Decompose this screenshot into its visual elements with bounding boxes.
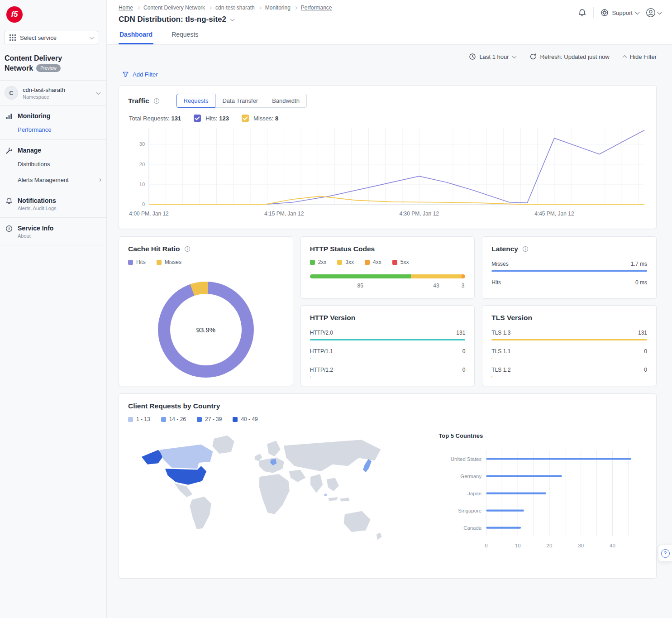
- status-segment-4xx: [462, 274, 465, 278]
- country-label: Canada: [464, 525, 482, 531]
- legend-swatch: [161, 417, 166, 422]
- legend-item: 3xx: [337, 259, 354, 265]
- chevron-down-icon: [658, 10, 662, 14]
- tls-version-title: TLS Version: [491, 314, 532, 322]
- traffic-metric-tabs: Requests Data Transfer Bandwidth: [176, 94, 307, 108]
- map-country-japan[interactable]: [363, 459, 372, 473]
- legend-label: Misses: [165, 259, 181, 265]
- misses-checkbox[interactable]: Misses: 8: [242, 115, 278, 122]
- notifications-sublabel: Alerts, Audit Logs: [18, 206, 57, 211]
- traffic-stats: Total Requests: 131 Hits: 123 Misses: 8: [129, 115, 647, 122]
- map-country-canada[interactable]: [159, 445, 213, 469]
- product-title: Content Delivery NetworkPreview: [5, 53, 102, 73]
- account-menu[interactable]: [646, 8, 661, 18]
- x-tick-label: 20: [547, 543, 553, 549]
- refresh-label: Refresh: Updated just now: [540, 53, 610, 60]
- traffic-tab-data-transfer[interactable]: Data Transfer: [215, 94, 265, 108]
- client-requests-by-country-card: Client Requests by Country 1 - 1314 - 26…: [119, 393, 657, 579]
- tab-dashboard[interactable]: Dashboard: [119, 26, 153, 44]
- http-status-codes-title: HTTP Status Codes: [310, 245, 375, 253]
- select-service-dropdown[interactable]: Select service: [5, 31, 98, 44]
- select-service-label: Select service: [20, 34, 57, 41]
- tab-requests-label: Requests: [172, 31, 198, 38]
- map-country-singapore[interactable]: [324, 493, 327, 496]
- gridlines: [149, 128, 644, 204]
- country-bar-3: [486, 510, 524, 512]
- namespace-selector[interactable]: C cdn-test-sharath Namespace: [0, 81, 106, 105]
- dashboard-toolbar: Last 1 hour Refresh: Updated just now Hi…: [119, 53, 657, 60]
- sidebar-item-manage[interactable]: Manage: [0, 140, 106, 158]
- traffic-card-title: Traffic: [128, 97, 149, 105]
- legend-swatch: [197, 417, 202, 422]
- notifications-bell-button[interactable]: [578, 9, 586, 17]
- chevron-down-icon: [90, 35, 94, 39]
- country-bar-0: [486, 458, 632, 460]
- service-info-label: Service Info: [18, 225, 53, 232]
- legend-item: 14 - 26: [161, 416, 186, 422]
- help-widget-button[interactable]: [658, 545, 672, 562]
- hits-checkbox[interactable]: Hits: 123: [194, 115, 229, 122]
- status-segment-value: 43: [433, 283, 439, 289]
- x-tick-label: 0: [485, 543, 488, 549]
- sidebar-item-notifications[interactable]: Notifications Alerts, Audit Logs: [0, 190, 106, 217]
- product-title-line2: Network: [5, 64, 33, 72]
- map-country-usa[interactable]: [165, 466, 206, 484]
- chevron-up-icon: [622, 55, 627, 59]
- tab-dashboard-label: Dashboard: [119, 31, 153, 38]
- breadcrumb-performance[interactable]: Performance: [301, 5, 332, 11]
- chevron-down-icon[interactable]: [230, 17, 235, 21]
- sidebar-item-monitoring[interactable]: Monitoring: [0, 105, 106, 124]
- sidebar-item-service-info[interactable]: Service Info About: [0, 218, 106, 245]
- traffic-tab-requests[interactable]: Requests: [176, 94, 216, 108]
- country-bar-4: [486, 527, 521, 529]
- info-icon[interactable]: [153, 98, 160, 104]
- metric-bar: [491, 358, 492, 359]
- map-indonesia-1: [328, 497, 338, 501]
- tls-version-card: TLS Version TLS 1.3131TLS 1.10TLS 1.20: [482, 305, 657, 386]
- latency-title: Latency: [491, 245, 518, 253]
- hits-label: Hits:: [205, 115, 217, 122]
- refresh-button[interactable]: Refresh: Updated just now: [529, 53, 610, 60]
- time-range-selector[interactable]: Last 1 hour: [469, 53, 516, 60]
- info-icon[interactable]: [522, 246, 529, 252]
- add-filter-button[interactable]: Add Filter: [122, 71, 158, 78]
- map-indonesia-2: [340, 498, 349, 501]
- tls-version-rows: TLS 1.3131TLS 1.10TLS 1.20: [491, 330, 647, 378]
- legend-item: 4xx: [365, 259, 381, 265]
- traffic-tab-bandwidth[interactable]: Bandwidth: [265, 94, 307, 108]
- hide-filter-toggle[interactable]: Hide Filter: [623, 53, 657, 60]
- chevron-right-icon: [209, 6, 212, 9]
- divider: [593, 7, 594, 18]
- metric-value: 1.7 ms: [631, 261, 647, 267]
- sidebar-item-performance[interactable]: Performance: [0, 124, 106, 139]
- sidebar-item-distributions[interactable]: Distributions: [0, 158, 106, 174]
- breadcrumb-monitoring[interactable]: Monitoring: [265, 5, 291, 11]
- world-map: [128, 425, 419, 570]
- metric-value: 0: [462, 348, 466, 355]
- tls_version-row: TLS 1.10: [491, 348, 647, 359]
- legend-item: 2xx: [310, 259, 327, 265]
- metric-bar: [310, 376, 311, 378]
- metric-label: Hits: [491, 279, 501, 286]
- breadcrumb: Home Content Delivery Network cdn-test-s…: [119, 5, 332, 11]
- map-new-zealand: [377, 532, 382, 540]
- support-label: Support: [612, 10, 633, 16]
- country-label: United States: [451, 456, 482, 462]
- map-country-india: [310, 474, 323, 493]
- sidebar-item-alerts-management[interactable]: Alerts Management: [0, 174, 106, 190]
- country-label: Japan: [467, 491, 481, 496]
- legend-label: 14 - 26: [169, 416, 186, 422]
- info-icon[interactable]: [184, 246, 191, 252]
- breadcrumb-namespace[interactable]: cdn-test-sharath: [215, 5, 255, 11]
- grid-icon: [10, 34, 16, 41]
- http-version-title: HTTP Version: [310, 314, 356, 322]
- breadcrumb-content-delivery-network[interactable]: Content Delivery Network: [143, 5, 205, 11]
- bell-icon: [5, 197, 13, 205]
- metric-bar: [310, 339, 466, 340]
- support-menu[interactable]: Support: [601, 9, 639, 17]
- tab-requests[interactable]: Requests: [171, 26, 199, 44]
- breadcrumb-home[interactable]: Home: [119, 5, 133, 11]
- f5-logo[interactable]: f5: [6, 6, 23, 23]
- legend-label: 5xx: [400, 259, 409, 265]
- legend-label: 1 - 13: [136, 416, 150, 422]
